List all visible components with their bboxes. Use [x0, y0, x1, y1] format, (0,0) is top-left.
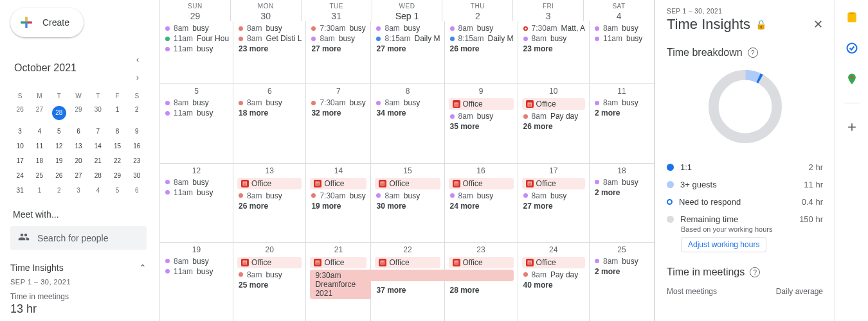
mini-date-cell[interactable]: 30	[127, 168, 147, 183]
office-chip[interactable]: ▤Office	[237, 178, 302, 189]
mini-date-cell[interactable]: 4	[30, 124, 49, 139]
grid-day-cell[interactable]: 10▤Office8am Pay day26 more	[518, 83, 590, 162]
more-events-link[interactable]: 2 more	[593, 188, 650, 197]
maps-icon[interactable]	[845, 72, 859, 86]
calendar-event[interactable]: 8am busy	[593, 24, 650, 33]
grid-day-cell[interactable]: 23▤Office 28 more	[445, 242, 518, 321]
calendar-event[interactable]: 8am busy	[164, 98, 229, 107]
prev-month-button[interactable]: ‹	[129, 50, 147, 68]
multi-day-event[interactable]: 9:30am Dreamforce 2021	[310, 270, 371, 299]
calendar-event[interactable]: 11am Four Hou	[164, 34, 229, 43]
mini-date-cell[interactable]: 23	[127, 153, 147, 168]
more-events-link[interactable]: 23 more	[522, 44, 585, 53]
create-button[interactable]: Create	[10, 8, 84, 37]
mini-date-cell[interactable]: 29	[107, 168, 127, 183]
office-chip[interactable]: ▤Office	[522, 257, 585, 268]
grid-day-cell[interactable]: 8am busy8:15am Daily M26 more	[445, 21, 518, 83]
calendar-event[interactable]: 11am busy	[164, 267, 229, 276]
mini-date-cell[interactable]: 1	[107, 102, 127, 124]
grid-day-cell[interactable]: 77:30am busy32 more	[306, 83, 371, 162]
office-chip[interactable]: ▤Office	[449, 98, 514, 110]
calendar-event[interactable]: 8am busy	[522, 34, 585, 43]
office-chip[interactable]: ▤Office	[310, 178, 366, 189]
grid-day-cell[interactable]: 9▤Office8am busy35 more	[445, 83, 518, 162]
grid-day-cell[interactable]: 188am busy2 more	[590, 163, 655, 242]
mini-date-cell[interactable]: 17	[10, 153, 30, 168]
more-events-link[interactable]: 27 more	[310, 44, 366, 53]
mini-date-cell[interactable]: 2	[50, 183, 69, 198]
mini-date-cell[interactable]: 7	[88, 124, 107, 139]
grid-day-cell[interactable]: 258am busy2 more	[590, 242, 655, 321]
more-events-link[interactable]: 2 more	[593, 108, 650, 117]
more-events-link[interactable]: 26 more	[522, 122, 585, 131]
calendar-event[interactable]: 8am busy	[237, 270, 302, 279]
grid-day-cell[interactable]: 88am busy34 more	[371, 83, 444, 162]
add-addon-button[interactable]	[845, 120, 859, 134]
calendar-event[interactable]: 8am Pay day	[522, 112, 585, 121]
mini-date-cell[interactable]: 19	[50, 153, 69, 168]
calendar-event[interactable]: 8am busy	[164, 24, 229, 33]
more-events-link[interactable]: 40 more	[522, 281, 585, 290]
mini-date-cell[interactable]: 9	[127, 124, 147, 139]
calendar-event[interactable]: 8am busy	[593, 98, 650, 107]
calendar-event[interactable]: 8am busy	[449, 112, 514, 121]
calendar-event[interactable]: 8am busy	[375, 191, 440, 200]
grid-day-cell[interactable]: 21▤Office9:30am Dreamforce 202121 more	[306, 242, 371, 321]
mini-date-cell[interactable]: 10	[10, 139, 30, 153]
calendar-event[interactable]: 11am busy	[164, 108, 229, 117]
grid-day-cell[interactable]: 24▤Office8am Pay day40 more	[518, 242, 590, 321]
mini-date-cell[interactable]: 6	[127, 183, 147, 198]
calendar-event[interactable]: 11am busy	[164, 44, 229, 53]
office-chip[interactable]: ▤Office	[237, 257, 302, 268]
office-chip[interactable]: ▤Office	[522, 98, 585, 110]
mini-date-cell[interactable]: 8	[107, 124, 127, 139]
mini-date-cell[interactable]: 29	[69, 102, 88, 124]
more-events-link[interactable]: 23 more	[237, 44, 302, 53]
next-month-button[interactable]: ›	[129, 68, 147, 86]
calendar-event[interactable]: 8am busy	[237, 191, 302, 200]
adjust-hours-button[interactable]: Adjust working hours	[681, 237, 766, 252]
calendar-event[interactable]: 7:30am busy	[310, 24, 366, 33]
help-icon[interactable]: ?	[750, 267, 760, 277]
calendar-event[interactable]: 8am Pay day	[522, 270, 585, 279]
more-events-link[interactable]: 32 more	[310, 108, 366, 117]
more-events-link[interactable]: 28 more	[449, 286, 514, 295]
mini-date-cell[interactable]: 11	[30, 139, 49, 153]
grid-day-cell[interactable]: 8am busy11am busy	[590, 21, 655, 83]
more-events-link[interactable]: 34 more	[375, 108, 440, 117]
mini-date-cell[interactable]: 22	[107, 153, 127, 168]
calendar-event[interactable]: 8am busy	[310, 34, 366, 43]
calendar-event[interactable]: 11am busy	[164, 188, 229, 197]
mini-date-cell[interactable]: 20	[69, 153, 88, 168]
grid-day-cell[interactable]: 16▤Office8am busy24 more	[445, 163, 518, 242]
grid-day-cell[interactable]: 7:30am busy8am busy27 more	[306, 21, 371, 83]
more-events-link[interactable]: 27 more	[522, 202, 585, 211]
calendar-event[interactable]: 8am busy	[375, 98, 440, 107]
multi-day-event[interactable]	[444, 270, 514, 281]
mini-date-cell[interactable]: 18	[30, 153, 49, 168]
office-chip[interactable]: ▤Office	[449, 257, 514, 268]
mini-date-cell[interactable]: 26	[50, 168, 69, 183]
mini-date-cell[interactable]: 27	[30, 102, 49, 124]
calendar-event[interactable]: 8am busy	[375, 24, 440, 33]
calendar-event[interactable]: 8am busy	[593, 178, 650, 187]
grid-day-cell[interactable]: 128am busy11am busy	[160, 163, 233, 242]
tasks-icon[interactable]	[845, 41, 859, 55]
mini-date-cell[interactable]: 16	[127, 139, 147, 153]
mini-date-cell[interactable]: 6	[69, 124, 88, 139]
calendar-event[interactable]: 8am busy	[164, 178, 229, 187]
mini-date-cell[interactable]: 12	[50, 139, 69, 153]
office-chip[interactable]: ▤Office	[522, 178, 585, 189]
grid-day-cell[interactable]: 8am busy11am Four Hou11am busy	[160, 21, 233, 83]
mini-date-cell[interactable]: 26	[10, 102, 30, 124]
mini-date-cell[interactable]: 14	[88, 139, 107, 153]
multi-day-event[interactable]	[370, 270, 444, 281]
grid-day-cell[interactable]: 20▤Office8am busy25 more	[233, 242, 306, 321]
calendar-event[interactable]: 7:30am Matt, A	[522, 24, 585, 33]
time-insights-toggle[interactable]: Time Insights ⌃	[10, 263, 147, 273]
grid-day-cell[interactable]: 14▤Office7:30am busy19 more	[306, 163, 371, 242]
keep-icon[interactable]	[845, 10, 859, 24]
calendar-event[interactable]: 7:30am busy	[310, 191, 366, 200]
office-chip[interactable]: ▤Office	[449, 178, 514, 189]
close-panel-button[interactable]: ✕	[813, 17, 823, 31]
